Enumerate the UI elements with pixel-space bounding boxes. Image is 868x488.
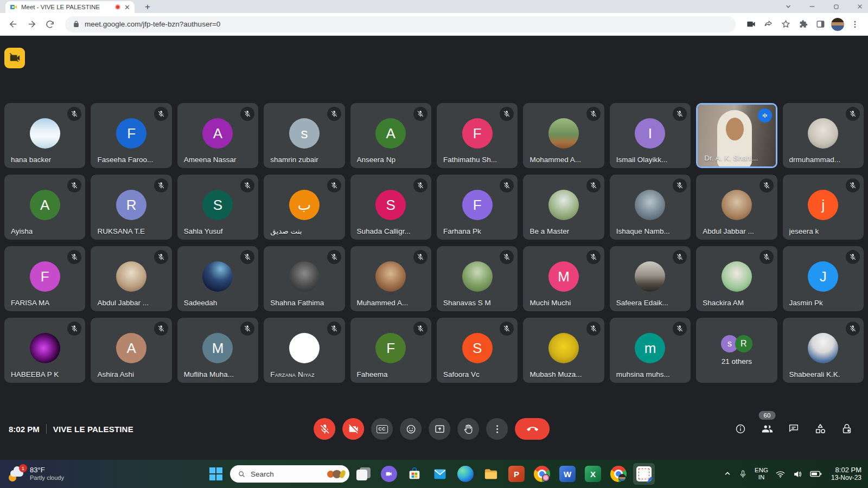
participant-tile[interactable]: SSuhada Calligr... (350, 175, 431, 240)
participant-tile[interactable]: FFARISA MA (4, 246, 85, 311)
participant-tile[interactable]: RRUKSANA T.E (91, 175, 171, 240)
wifi-icon[interactable] (775, 469, 786, 479)
forward-button[interactable] (24, 17, 39, 32)
video-app-button[interactable] (378, 463, 400, 485)
participant-tile[interactable]: Abdul Jabbar ... (696, 175, 777, 240)
chrome-profile1-button[interactable] (531, 463, 553, 485)
window-close-button[interactable] (856, 3, 864, 10)
language-indicator[interactable]: ENG IN (755, 467, 768, 481)
end-call-button[interactable] (515, 418, 550, 440)
participant-tile[interactable]: Dr. A. K. Shahi... (696, 103, 777, 168)
search-label: Search (251, 470, 322, 478)
tray-chevron-icon[interactable] (724, 470, 731, 478)
bookmark-star-icon[interactable] (778, 17, 793, 32)
browser-menu-kebab-icon[interactable] (847, 17, 863, 32)
activities-panel-button[interactable] (811, 418, 829, 440)
back-button[interactable] (5, 17, 21, 32)
participant-tile[interactable]: Farzana Niyaz (264, 318, 344, 383)
participant-tile[interactable]: Be a Master (523, 175, 604, 240)
participant-tile[interactable]: HABEEBA P K (4, 318, 85, 383)
volume-icon[interactable] (793, 469, 803, 479)
task-view-button[interactable] (353, 463, 374, 485)
participant-tile[interactable]: jjeseera k (783, 175, 864, 240)
participant-tile[interactable]: AAyisha (4, 175, 85, 240)
participant-tile[interactable]: Shackira AM (696, 246, 777, 311)
reactions-button[interactable] (400, 418, 422, 440)
participant-tile[interactable]: JJasmin Pk (783, 246, 864, 311)
participant-tile[interactable]: IIsmail Olayikk... (610, 103, 691, 168)
screen-recorder-button[interactable] (633, 463, 655, 485)
reload-button[interactable] (42, 17, 58, 32)
powerpoint-button[interactable]: P (506, 463, 527, 485)
participant-tile[interactable]: hana backer (4, 103, 85, 168)
participant-tile[interactable]: Mohammed A... (523, 103, 604, 168)
excel-button[interactable]: X (582, 463, 604, 485)
chrome-profile2-button[interactable] (608, 463, 629, 485)
taskbar-search[interactable]: Search (230, 465, 349, 483)
tray-mic-icon[interactable] (738, 470, 748, 479)
window-maximize-button[interactable] (832, 3, 840, 10)
microsoft-store-button[interactable] (404, 463, 425, 485)
profile-avatar[interactable] (830, 17, 845, 32)
participant-tile[interactable]: Shabeerali K.K. (783, 318, 864, 383)
mail-app-button[interactable] (429, 463, 451, 485)
host-controls-button[interactable] (838, 418, 856, 440)
raise-hand-button[interactable] (457, 418, 479, 440)
camera-toggle-button[interactable] (342, 418, 364, 440)
participant-tile[interactable]: MMuchi Muchi (523, 246, 604, 311)
chat-panel-button[interactable] (784, 418, 803, 440)
participant-tile[interactable]: FFarhana Pk (437, 175, 518, 240)
start-button[interactable] (205, 463, 227, 485)
participant-tile[interactable]: AAnseera Np (350, 103, 431, 168)
edge-browser-button[interactable] (455, 463, 476, 485)
participant-tile[interactable]: Safeera Edaik... (610, 246, 691, 311)
participant-tile[interactable]: AAmeena Nassar (177, 103, 258, 168)
videocam-off-icon (348, 423, 359, 435)
participant-tile[interactable]: MMufliha Muha... (177, 318, 258, 383)
file-explorer-button[interactable] (480, 463, 502, 485)
tab-close-icon[interactable]: ✕ (124, 4, 130, 11)
taskbar-clock[interactable]: 8:02 PM 13-Nov-23 (831, 466, 865, 482)
mic-toggle-button[interactable] (314, 418, 335, 440)
camera-in-use-icon[interactable] (743, 17, 758, 32)
shapes-icon (814, 423, 826, 435)
participant-tile[interactable]: sshamrin zubair (264, 103, 344, 168)
participant-tile[interactable]: Shahna Fathima (264, 246, 344, 311)
participant-tile[interactable]: Abdul Jabbar ... (91, 246, 171, 311)
participant-tile[interactable]: mmuhsina muhs... (610, 318, 691, 383)
battery-icon[interactable] (810, 470, 822, 478)
weather-icon: 1 (8, 466, 25, 482)
extensions-puzzle-icon[interactable] (795, 17, 810, 32)
participant-name: HABEEBA P K (11, 370, 59, 378)
camera-off-warning-badge[interactable] (4, 48, 25, 68)
participant-tile[interactable]: SSafoora Vc (437, 318, 518, 383)
present-screen-button[interactable] (429, 418, 450, 440)
participant-tile[interactable]: FFaheema (350, 318, 431, 383)
participants-panel-button[interactable]: 60 (758, 418, 776, 440)
participant-tile[interactable]: sR21 others (696, 318, 777, 383)
participants-grid: hana backerFFaseeha Faroo...AAmeena Nass… (4, 103, 864, 383)
side-panel-icon[interactable] (813, 17, 828, 32)
browser-tab[interactable]: Meet - VIVE LE PALESTINE ✕ (5, 1, 135, 13)
word-button[interactable]: W (557, 463, 578, 485)
participant-tile[interactable]: FFathimathu Sh... (437, 103, 518, 168)
address-bar[interactable]: meet.google.com/jfp-tefe-bzn?authuser=0 (65, 16, 736, 33)
participant-tile[interactable]: FFaseeha Faroo... (91, 103, 171, 168)
participant-tile[interactable]: ببنت صديق (264, 175, 344, 240)
window-minimize-button[interactable] (808, 3, 816, 10)
participant-tile[interactable]: Shanavas S M (437, 246, 518, 311)
participant-tile[interactable]: Sadeedah (177, 246, 258, 311)
new-tab-button[interactable]: + (142, 2, 153, 12)
weather-widget[interactable]: 1 83°F Partly cloudy (4, 460, 67, 488)
captions-button[interactable]: CC (371, 418, 393, 440)
participant-tile[interactable]: AAshira Ashi (91, 318, 171, 383)
participant-tile[interactable]: SSahla Yusuf (177, 175, 258, 240)
meeting-details-button[interactable] (731, 418, 750, 440)
participant-tile[interactable]: Mubash Muza... (523, 318, 604, 383)
participant-tile[interactable]: Muhammed A... (350, 246, 431, 311)
more-options-button[interactable] (486, 418, 508, 440)
participant-tile[interactable]: drmuhammad... (783, 103, 864, 168)
tab-search-chevron-icon[interactable] (784, 3, 792, 10)
participant-tile[interactable]: Ishaque Namb... (610, 175, 691, 240)
share-icon[interactable] (761, 17, 776, 32)
